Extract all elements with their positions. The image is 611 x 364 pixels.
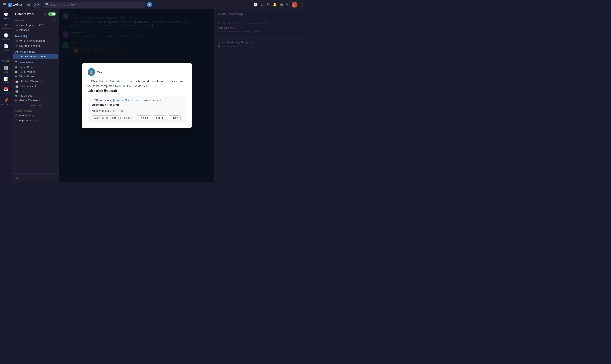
group-title-marketing: Marketing [12,32,59,38]
modal-question: What would you like to do? [91,109,182,113]
star-icon[interactable]: ☆ [260,2,263,7]
sidebar-item-projects[interactable]: 📌 PROJECTS [1,97,11,107]
my-pins-title: My Pins ··· [12,18,59,23]
sidebar-item-notes[interactable]: 📝 NOTES [1,75,11,85]
svg-text:Z: Z [9,4,11,6]
workspace-actions: 🖥 [43,12,56,16]
settings-icon[interactable]: ⚙ [15,176,18,180]
sidebar-item-chats[interactable]: 💬 CHATS [1,11,11,21]
pin-item-releases[interactable]: # releases ♡ [13,27,58,32]
waffle-icon[interactable]: ⠿ [300,2,303,7]
bot-avatar-modal: 🤖 [88,68,95,76]
conv-icon: ⚙ [15,114,18,117]
search-icon: 🔍 [45,2,49,7]
bookmark-icon: ♡ [31,29,33,31]
sidebar-item-widgets[interactable]: ⊞ WIDGETS [1,53,11,63]
snooze-label: Snooze - [124,116,135,120]
robot-icon: 🤖 [15,80,19,83]
icon-sidebar: 💬 CHATS # CHANNELS 🕐 HISTORY 📄 FILES ⊞ W… [0,9,12,182]
hash-icon: # [16,44,18,47]
status-indicator [15,100,17,101]
logo: Z Zylker [8,3,23,7]
hash-icon: # [16,24,18,27]
status-indicator [15,76,17,77]
channels-icon: # [5,23,7,27]
snooze-15mins-button[interactable]: 15 mins [137,115,151,120]
pin-item-project-updates[interactable]: # project-updates :@Z... [13,23,58,27]
status-toggle[interactable] [48,12,56,16]
suresh-link[interactable]: Suresh Shetty [110,79,129,83]
channel-marketing-campaigns[interactable]: # Marketing Campaigns [13,38,58,43]
or-text: or [120,116,123,120]
member-product-discussion[interactable]: 🤖 Product Discussion [12,79,59,84]
sidebar-item-history[interactable]: 🕐 HISTORY [1,32,11,42]
conversation-application-base[interactable]: ⚙ Application Base [12,118,59,123]
mention-link[interactable]: @Suresh Shetty [113,99,133,102]
grid-icon[interactable]: ⊞ [280,2,283,7]
files-icon: 📄 [4,44,9,49]
member-emma[interactable]: Emma Cartner [12,65,59,69]
conversation-admin-support[interactable]: ⚙ Admin Support [12,113,59,118]
org-icon: 🏢 [4,65,9,70]
hamburger-icon[interactable]: ☰ [2,2,6,7]
search-scope-selector[interactable]: All ▾ [33,2,41,8]
screen-icon[interactable]: 🖥 [43,12,46,16]
member-angie[interactable]: Angie Page [12,93,59,98]
chats-icon: 💬 [4,12,9,17]
conversations-title: Conversations [12,108,59,113]
left-panel: Remote Work 🖥 My Pins ··· # project-upda… [12,9,59,182]
snooze-1hour-button[interactable]: 1 Hour [153,115,167,120]
apps-icon[interactable]: ⊟ [286,2,288,7]
chevron-down-icon: ▾ [38,3,39,6]
right-panel: #zylker-marketing All right, I'll go ahe… [214,9,306,182]
robot-icon: 🤖 [15,85,19,88]
sidebar-item-channels[interactable]: # CHANNELS [1,22,11,31]
sidebar-item-calendar[interactable]: 📅 CALENDAR [1,86,11,96]
workspace-name: Remote Work [15,12,34,16]
sidebar-item-files[interactable]: 📄 FILES [1,43,11,52]
clock-icon[interactable]: 🕐 [253,2,258,7]
workspace-header: Remote Work 🖥 [12,9,59,18]
bot-icon: 🤖 [15,90,19,93]
group-title-announcements: Announcements [12,48,59,54]
widgets-icon: ⊞ [4,55,8,59]
modal-actions: Mark as Complete or Snooze - 15 mins 1 H… [91,115,182,120]
group-title-team-members: Team members [12,59,59,65]
member-taz[interactable]: 🤖 Taz [12,89,59,93]
video-icon[interactable]: 📹 [26,2,30,7]
notification-icon[interactable]: 🔔 [273,2,277,7]
mark-complete-button[interactable]: Mark as Complete [91,115,118,120]
conv-icon: ⚙ [15,118,18,122]
modal-body: Hi Olivia Palmer, Suresh Shetty has sche… [88,79,186,93]
member-rufus[interactable]: Rufus William [12,69,59,74]
topbar-actions: 🕐 ☆ @ 🔔 ⊞ ⊟ OP ⠿ [253,2,303,8]
projects-icon: 📌 [4,98,9,103]
history-icon: 🕐 [4,33,9,38]
member-gilbert[interactable]: Gilbert Bowers [12,74,59,79]
user-avatar[interactable]: OP [291,2,298,8]
channel-referral-marketing[interactable]: # referral-marketing [13,43,58,48]
channel-zylker-announcements[interactable]: # Zylker-Announcements [13,54,58,59]
search-input[interactable] [51,3,143,6]
topbar: ☰ Z Zylker 📹 All ▾ 🔍 + 🕐 ☆ @ 🔔 ⊞ ⊟ OP ⠿ [0,0,306,9]
main-layout: 💬 CHATS # CHANNELS 🕐 HISTORY 📄 FILES ⊞ W… [0,9,306,182]
modal-overlay[interactable]: 🤖 Taz Hi Olivia Palmer, Suresh Shetty ha… [59,9,214,182]
calendar-icon: 📅 [4,87,9,92]
member-marcus[interactable]: Marcus Zimmerman [12,98,59,103]
notes-icon: 📝 [4,76,9,81]
status-indicator [15,66,17,68]
member-development[interactable]: 🤖 Development [12,84,59,89]
modal-header: 🤖 Taz [88,68,186,76]
chat-area: 🤖 Taz Hello Olivia Palmer, there's a cha… [59,9,214,182]
modal-bot-name: Taz [97,70,102,74]
status-indicator [15,95,17,97]
sidebar-item-org[interactable]: 🏢 ORG [1,64,11,74]
search-bar[interactable]: 🔍 [43,2,145,8]
modal-inner-box: Hi Olivia Palmer, @Suresh Shetty has a r… [88,96,186,123]
status-indicator [15,71,17,73]
snooze-1day-button[interactable]: 1 Day [168,115,181,120]
show-more-button[interactable]: Show more [12,103,59,108]
add-button[interactable]: + [147,2,152,7]
mention-icon[interactable]: @ [266,3,270,7]
hash-icon: # [16,28,18,32]
